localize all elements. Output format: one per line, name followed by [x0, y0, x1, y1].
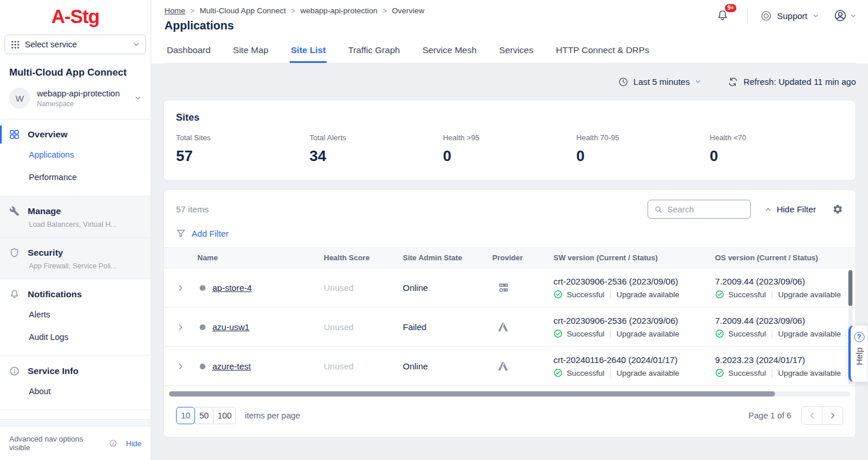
notifications-bell-button[interactable]: 9+ — [713, 7, 732, 24]
brand-logo-text: A-Stg — [51, 6, 99, 27]
sidebar-item-service-info[interactable]: Service Info — [0, 364, 151, 379]
namespace-type-label: Namespace — [37, 100, 119, 108]
breadcrumb-home[interactable]: Home — [164, 6, 185, 15]
sidebar-item-manage[interactable]: Manage — [0, 204, 151, 219]
table-row: azu-usw1 Unused Failed crt-20230906-2536… — [164, 308, 855, 347]
topbar-divider — [747, 8, 748, 24]
column-header-os-version[interactable]: OS version (Current / Status) — [715, 253, 855, 262]
os-status-label: Successful — [728, 330, 766, 338]
table-toolbar: 57 items Hide Filter — [164, 200, 855, 219]
sidebar-nav: Overview Applications Performance Manage… — [0, 119, 151, 419]
chevron-down-icon — [695, 78, 701, 85]
table-row: azure-test Unused Online crt-20240116-26… — [164, 347, 855, 386]
sidebar-item-audit-logs[interactable]: Audit Logs — [0, 327, 151, 347]
nav-label-overview: Overview — [28, 129, 68, 140]
column-header-name[interactable]: Name — [197, 253, 324, 262]
breadcrumb-multi-cloud-app-connect[interactable]: Multi-Cloud App Connect — [200, 6, 286, 15]
stat-label: Health <70 — [710, 133, 843, 142]
horizontal-scrollbar-thumb[interactable] — [169, 391, 775, 397]
column-header-provider[interactable]: Provider — [492, 253, 553, 262]
site-name-link[interactable]: azu-usw1 — [212, 322, 249, 332]
search-icon — [654, 205, 663, 214]
notification-count-badge: 9+ — [725, 4, 736, 12]
status-divider — [772, 369, 772, 377]
overview-grid-icon — [9, 129, 20, 140]
previous-page-button[interactable] — [801, 406, 822, 425]
topbar-actions: 9+ Support — [713, 7, 856, 24]
namespace-selector[interactable]: W webapp-api-protection Namespace — [0, 85, 151, 119]
sidebar-item-performance[interactable]: Performance — [0, 167, 151, 187]
table-row: ap-store-4 Unused Online crt-20230906-25… — [164, 268, 855, 308]
select-service-dropdown[interactable]: Select service — [5, 35, 146, 54]
column-header-sw-version[interactable]: SW version (Current / Status) — [553, 253, 715, 262]
sidebar-item-notifications[interactable]: Notifications — [0, 287, 151, 302]
column-header-site-admin-state[interactable]: Site Admin State — [403, 253, 492, 262]
chevron-down-icon — [134, 95, 141, 102]
provider-cell — [492, 321, 553, 333]
nav-label-service-info: Service Info — [28, 366, 78, 376]
site-admin-state-cell: Failed — [403, 322, 492, 332]
vertical-scrollbar-thumb[interactable] — [848, 270, 852, 306]
search-input[interactable] — [667, 205, 743, 214]
hide-advanced-nav-link[interactable]: Hide — [126, 439, 141, 448]
account-menu[interactable] — [834, 9, 856, 22]
sites-summary-card: Sites Total Sites 57 Total Alerts 34 Hea… — [163, 100, 856, 181]
tab-site-map[interactable]: Site Map — [232, 42, 270, 63]
tab-dashboard[interactable]: Dashboard — [166, 42, 212, 63]
sw-status-label: Successful — [567, 369, 604, 377]
breadcrumb-separator: > — [190, 7, 194, 15]
sidebar-item-overview[interactable]: Overview — [0, 127, 151, 142]
tab-bar: Dashboard Site Map Site List Traffic Gra… — [164, 32, 856, 63]
add-filter-button[interactable]: Add Filter — [192, 229, 229, 238]
tab-traffic-graph[interactable]: Traffic Graph — [347, 42, 401, 63]
items-count: 57 items — [176, 204, 209, 214]
site-name-link[interactable]: azure-test — [212, 361, 251, 371]
refresh-status-label: Refresh: Updated 11 min ago — [743, 77, 856, 87]
per-page-10-button[interactable]: 10 — [176, 407, 195, 424]
sidebar-item-about[interactable]: About — [0, 382, 151, 401]
per-page-100-button[interactable]: 100 — [213, 407, 236, 424]
refresh-button[interactable]: Refresh: Updated 11 min ago — [728, 77, 856, 87]
sidebar-item-alerts[interactable]: Alerts — [0, 305, 151, 324]
status-divider — [610, 369, 611, 377]
tab-http-connect-drps[interactable]: HTTP Connect & DRPs — [555, 42, 650, 63]
column-header-health-score[interactable]: Health Score — [324, 253, 403, 262]
breadcrumb-namespace[interactable]: webapp-api-protection — [300, 6, 377, 15]
tab-site-list[interactable]: Site List — [290, 42, 327, 63]
row-expand-button[interactable] — [164, 284, 197, 292]
nav-section-manage: Manage Load Balancers, Virtual H... — [0, 196, 151, 238]
status-divider — [610, 290, 611, 299]
shield-icon — [9, 248, 20, 258]
time-range-dropdown[interactable]: Last 5 minutes — [618, 77, 702, 87]
sidebar-item-applications[interactable]: Applications — [0, 145, 151, 164]
help-tab[interactable]: ? Help — [848, 325, 868, 382]
site-status-dot — [200, 364, 205, 369]
sw-version-value: crt-20230906-2536 (2023/09/06) — [553, 276, 715, 286]
gear-icon — [832, 204, 843, 215]
row-expand-button[interactable] — [164, 323, 197, 331]
site-name-link[interactable]: ap-store-4 — [212, 283, 252, 293]
provider-cell — [492, 360, 553, 372]
success-check-icon — [715, 329, 724, 338]
tab-service-mesh[interactable]: Service Mesh — [421, 42, 478, 63]
row-expand-button[interactable] — [164, 362, 197, 371]
sidebar-item-security[interactable]: Security — [0, 245, 151, 260]
support-menu[interactable]: Support — [761, 10, 819, 21]
hide-filter-button[interactable]: Hide Filter — [765, 204, 816, 214]
os-version-cell: 9.2023.23 (2024/01/17) Successful Upgrad… — [715, 355, 855, 377]
tab-services[interactable]: Services — [498, 42, 534, 63]
nav-subtitle-security: App Firewall, Service Poli... — [0, 260, 151, 270]
advanced-nav-text: Advanced nav options visible — [9, 435, 105, 452]
status-divider — [772, 330, 772, 338]
chevron-right-icon — [829, 412, 837, 420]
support-label: Support — [777, 11, 807, 21]
sidebar: A-Stg Select service Multi-Cloud App Con… — [0, 0, 151, 460]
per-page-50-button[interactable]: 50 — [194, 407, 214, 424]
nav-section-security: Security App Firewall, Service Poli... — [0, 238, 151, 279]
nav-section-overview: Overview Applications Performance — [0, 119, 151, 196]
success-check-icon — [553, 290, 563, 299]
sidebar-footer: Advanced nav options visible Hide — [0, 426, 151, 460]
table-settings-button[interactable] — [832, 204, 843, 215]
next-page-button[interactable] — [822, 406, 843, 425]
breadcrumb: Home > Multi-Cloud App Connect > webapp-… — [164, 5, 424, 15]
